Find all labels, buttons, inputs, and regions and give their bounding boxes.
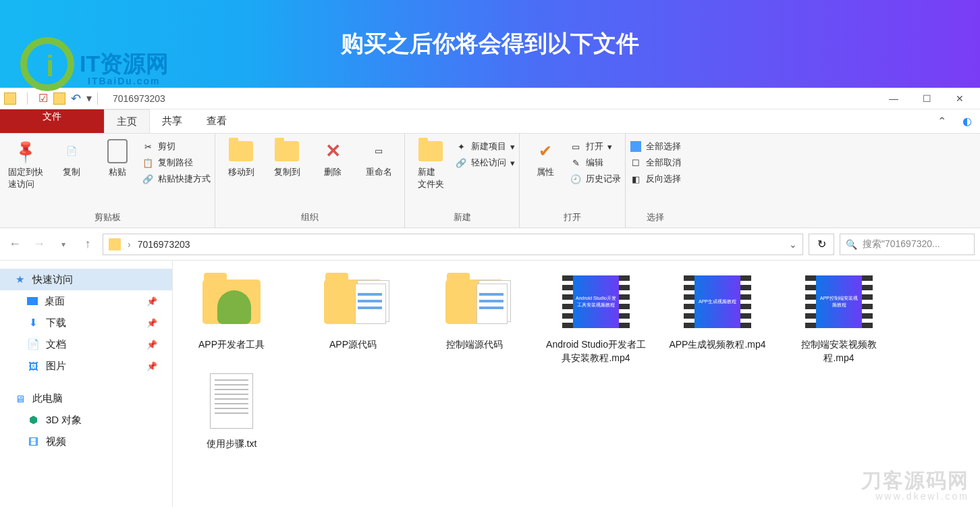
tab-share[interactable]: 共享 [150, 109, 194, 133]
maximize-button[interactable]: ☐ [923, 93, 931, 104]
nav-downloads[interactable]: ⬇下载📌 [0, 312, 172, 333]
pin-icon: 📌 [11, 136, 41, 167]
select-all-icon [630, 141, 641, 152]
recent-locations-button[interactable]: ▾ [54, 235, 73, 254]
file-item[interactable]: APP开发者工具 [180, 273, 283, 365]
file-item[interactable]: 控制端源代码 [423, 273, 526, 365]
navigation-pane: ★快速访问 桌面📌 ⬇下载📌 📄文档📌 🖼图片📌 🖥此电脑 ⬢3D 对象 🎞视频 [0, 261, 173, 507]
nav-3d-objects[interactable]: ⬢3D 对象 [0, 409, 172, 431]
file-item[interactable]: APP源代码 [301, 273, 405, 365]
tab-file[interactable]: 文件 [0, 109, 104, 133]
file-item[interactable]: Android Studio开发工具安装视频教程 Android Studio开… [544, 273, 648, 365]
window-title: 7016973203 [113, 93, 165, 104]
folder-icon [229, 141, 253, 161]
close-button[interactable]: ✕ [956, 93, 964, 104]
back-button[interactable]: ← [5, 235, 24, 254]
forward-button[interactable]: → [30, 235, 49, 254]
invert-icon: ◧ [630, 173, 642, 185]
tab-home[interactable]: 主页 [104, 109, 150, 133]
easy-access-button[interactable]: 🔗轻松访问 ▾ [455, 157, 515, 169]
refresh-button[interactable]: ↻ [809, 234, 834, 255]
paste-shortcut-button[interactable]: 🔗粘贴快捷方式 [142, 173, 211, 185]
android-icon [217, 290, 251, 324]
folder-icon [4, 92, 16, 105]
select-none-icon: ☐ [630, 157, 642, 169]
new-folder-button[interactable]: 新建 文件夹 [409, 136, 452, 190]
open-button[interactable]: ▭打开 ▾ [570, 140, 621, 153]
nav-desktop[interactable]: 桌面📌 [0, 290, 172, 312]
file-name: 控制端安装视频教程.mp4 [787, 338, 891, 365]
folder-icon [418, 141, 443, 161]
select-none-button[interactable]: ☐全部取消 [630, 157, 681, 169]
minimize-button[interactable]: — [889, 93, 898, 104]
check-icon: ✔ [539, 140, 552, 163]
address-bar[interactable]: › 7016973203 ⌄ [103, 234, 803, 255]
file-list: APP开发者工具 APP源代码 控制端源代码 Android Studio开发工… [173, 261, 980, 507]
select-all-button[interactable]: 全部选择 [630, 140, 681, 153]
up-button[interactable]: ↑ [78, 235, 97, 254]
copy-to-button[interactable]: 复制到 [265, 136, 308, 178]
properties-button[interactable]: ✔属性 [524, 136, 567, 178]
chevron-down-icon: ▾ [607, 142, 612, 152]
watermark: 刀客源码网 www.dkewl.com [861, 469, 969, 502]
ribbon-collapse-icon[interactable]: ⌃ [929, 109, 954, 133]
chevron-down-icon: ▾ [510, 158, 515, 168]
chevron-down-icon: ▾ [510, 142, 515, 152]
logo-subtext: ITBaiDu.com [88, 76, 161, 86]
new-item-icon: ✦ [455, 140, 467, 153]
breadcrumb[interactable]: 7016973203 [138, 239, 190, 250]
history-button[interactable]: 🕘历史记录 [570, 173, 621, 185]
folder-icon[interactable] [53, 92, 65, 105]
nav-documents[interactable]: 📄文档📌 [0, 333, 172, 355]
path-icon: 📋 [142, 157, 154, 169]
clipboard-icon [107, 139, 128, 163]
invert-selection-button[interactable]: ◧反向选择 [630, 173, 681, 185]
nav-videos[interactable]: 🎞视频 [0, 431, 172, 452]
paste-button[interactable]: 粘贴 [96, 136, 139, 178]
search-icon: 🔍 [846, 239, 857, 250]
edit-icon: ✎ [570, 157, 582, 169]
group-label: 剪贴板 [4, 209, 211, 228]
group-label: 组织 [219, 209, 400, 228]
nav-pictures[interactable]: 🖼图片📌 [0, 355, 172, 377]
tab-view[interactable]: 查看 [194, 109, 239, 133]
rename-button[interactable]: ▭重命名 [357, 136, 400, 178]
group-organize: 移动到 复制到 ✕删除 ▭重命名 组织 [215, 134, 405, 228]
search-box[interactable]: 🔍 搜索"701697320... [840, 234, 975, 255]
new-item-button[interactable]: ✦新建项目 ▾ [455, 140, 515, 153]
delete-icon: ✕ [325, 138, 341, 164]
copy-path-button[interactable]: 📋复制路径 [142, 157, 211, 169]
edit-button[interactable]: ✎编辑 [570, 157, 621, 169]
move-to-button[interactable]: 移动到 [219, 136, 263, 178]
folder-icon [445, 279, 503, 324]
file-item[interactable]: APP生成视频教程 APP生成视频教程.mp4 [665, 273, 769, 365]
video-thumbnail: APP生成视频教程 [684, 275, 751, 328]
copy-button[interactable]: 📄复制 [50, 136, 93, 178]
group-label: 选择 [630, 209, 681, 228]
nav-quick-access[interactable]: ★快速访问 [0, 269, 172, 290]
file-item[interactable]: APP控制端安装视频教程 控制端安装视频教程.mp4 [787, 273, 891, 365]
chevron-right-icon: › [128, 239, 131, 250]
easy-access-icon: 🔗 [455, 157, 467, 169]
nav-this-pc[interactable]: 🖥此电脑 [0, 388, 172, 409]
pc-icon: 🖥 [13, 392, 26, 404]
desktop-icon [27, 297, 38, 305]
cut-button[interactable]: ✂剪切 [142, 140, 211, 153]
delete-button[interactable]: ✕删除 [311, 136, 354, 178]
group-new: 新建 文件夹 ✦新建项目 ▾ 🔗轻松访问 ▾ 新建 [405, 134, 520, 228]
qat-dropdown-icon[interactable]: ▾ [86, 92, 92, 105]
undo-icon[interactable]: ↶ [71, 91, 81, 106]
rename-icon: ▭ [366, 139, 391, 163]
explorer-body: ★快速访问 桌面📌 ⬇下载📌 📄文档📌 🖼图片📌 🖥此电脑 ⬢3D 对象 🎞视频… [0, 261, 980, 507]
group-open: ✔属性 ▭打开 ▾ ✎编辑 🕘历史记录 打开 [520, 134, 626, 228]
ribbon-tabs: 文件 主页 共享 查看 ⌃ ◐ [0, 109, 980, 134]
chevron-down-icon[interactable]: ⌄ [789, 239, 797, 250]
file-item[interactable]: 使用步骤.txt [180, 372, 283, 450]
group-label: 新建 [409, 209, 515, 228]
pin-to-quick-access-button[interactable]: 📌固定到快 速访问 [4, 136, 47, 190]
help-icon[interactable]: ◐ [954, 109, 980, 133]
star-icon: ★ [13, 273, 26, 286]
quick-access-toolbar: ☑ ↶ ▾ [4, 91, 92, 106]
shortcut-icon: 🔗 [142, 173, 154, 185]
checkbox-icon[interactable]: ☑ [38, 92, 48, 105]
